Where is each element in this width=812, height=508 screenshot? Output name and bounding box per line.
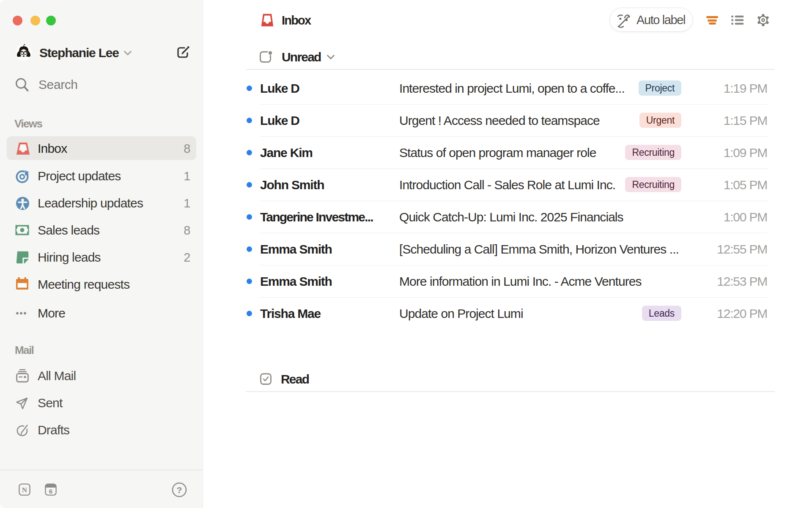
svg-text:N: N bbox=[22, 486, 27, 494]
svg-text:?: ? bbox=[177, 485, 182, 495]
svg-text:6: 6 bbox=[49, 488, 52, 495]
